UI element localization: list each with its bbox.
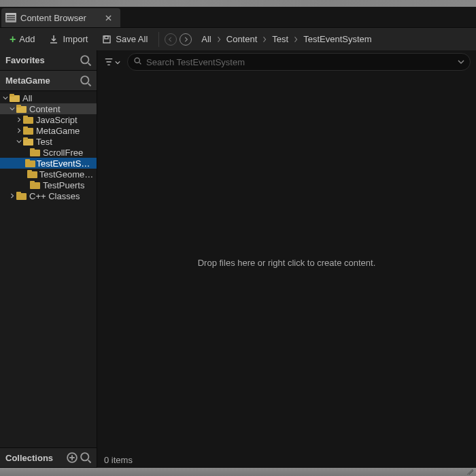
tree-item[interactable]: All	[0, 92, 97, 103]
tree-item-label: TestEventSystem	[37, 158, 94, 169]
chevron-right-icon	[262, 36, 267, 43]
tree-item[interactable]: TestEventSystem	[0, 158, 97, 169]
tree-item-label: TestPuerts	[43, 180, 84, 190]
toolbar: + Add Import Save All AllContentTestTest…	[0, 27, 476, 50]
project-label: MetaGame	[5, 75, 79, 86]
folder-icon	[30, 148, 40, 156]
save-all-label: Save All	[116, 34, 148, 44]
main-area: Favorites MetaGame AllContentJavaScriptM…	[0, 50, 476, 468]
add-button[interactable]: + Add	[4, 31, 40, 48]
content-browser-panel: Content Browser + Add Import Save All	[0, 7, 476, 468]
asset-view: Drop files here or right click to create…	[97, 50, 476, 468]
chevron-right-icon[interactable]	[8, 193, 16, 199]
svg-rect-1	[105, 36, 108, 39]
folder-icon	[16, 105, 27, 113]
filter-button[interactable]	[103, 54, 122, 70]
search-icon[interactable]	[79, 74, 92, 88]
save-all-icon	[101, 34, 112, 45]
plus-icon: +	[10, 34, 16, 45]
chevron-right-icon[interactable]	[15, 117, 23, 122]
import-label: Import	[63, 34, 88, 44]
folder-icon	[27, 170, 37, 178]
search-box[interactable]	[127, 53, 471, 71]
empty-hint: Drop files here or right click to create…	[198, 258, 376, 268]
add-collection-icon[interactable]	[65, 451, 79, 464]
tree-item[interactable]: MetaGame	[0, 125, 97, 136]
tree-item-label: C++ Classes	[29, 191, 80, 201]
favorites-header[interactable]: Favorites	[0, 50, 97, 71]
tree-item[interactable]: Content	[0, 103, 97, 114]
chevron-down-icon[interactable]	[1, 95, 10, 101]
chevron-down-icon	[115, 57, 120, 67]
folder-icon	[10, 94, 20, 102]
tree-item-label: Test	[36, 137, 52, 147]
chevron-right-icon	[217, 36, 221, 43]
breadcrumb-item[interactable]: All	[197, 32, 215, 46]
divider	[158, 32, 159, 47]
favorites-label: Favorites	[5, 55, 79, 65]
tab-bar: Content Browser	[0, 7, 476, 27]
tree-item[interactable]: ScrollFree	[0, 147, 97, 158]
import-icon	[48, 34, 59, 45]
collections-header[interactable]: Collections	[0, 447, 97, 468]
tree-item-label: ScrollFree	[43, 148, 83, 158]
history-back-button[interactable]	[165, 33, 177, 46]
project-header[interactable]: MetaGame	[0, 71, 97, 91]
tree-item-label: Content	[29, 104, 61, 114]
breadcrumb-item[interactable]: Content	[222, 32, 262, 46]
search-icon[interactable]	[79, 451, 92, 464]
cpp-folder-icon	[16, 192, 27, 200]
tree-item-label: TestGeometry2	[39, 169, 94, 180]
chevron-right-icon[interactable]	[15, 128, 23, 133]
tree-item[interactable]: C++ Classes	[0, 190, 97, 201]
search-input[interactable]	[146, 57, 454, 67]
tree-item[interactable]: TestPuerts	[0, 180, 97, 190]
tree-item-label: All	[22, 93, 32, 103]
folder-icon	[23, 116, 33, 124]
save-all-button[interactable]: Save All	[96, 31, 153, 48]
folder-icon	[30, 181, 40, 189]
folder-icon	[25, 159, 34, 167]
sidebar: Favorites MetaGame AllContentJavaScriptM…	[0, 50, 97, 468]
tree-item[interactable]: TestGeometry2	[0, 169, 97, 180]
tree-item[interactable]: Test	[0, 136, 97, 147]
svg-point-2	[81, 56, 88, 63]
breadcrumb-item[interactable]: TestEventSystem	[299, 32, 375, 46]
tab-title: Content Browser	[20, 13, 86, 23]
chevron-right-icon	[294, 36, 298, 43]
svg-point-6	[135, 58, 139, 63]
tree-item-label: MetaGame	[36, 126, 80, 136]
asset-toolbar	[97, 50, 476, 73]
status-bar: 0 items	[97, 452, 476, 468]
chevron-down-icon[interactable]	[15, 139, 23, 144]
chevron-down-icon[interactable]	[458, 57, 464, 67]
svg-point-5	[81, 453, 88, 460]
close-icon[interactable]	[104, 13, 114, 22]
tree-item[interactable]: JavaScript	[0, 114, 97, 125]
folder-icon	[23, 137, 33, 146]
tab-content-browser[interactable]: Content Browser	[1, 8, 120, 27]
folder-icon	[23, 126, 33, 135]
resize-grip[interactable]	[0, 468, 476, 476]
collections-label: Collections	[5, 453, 65, 463]
item-count: 0 items	[104, 455, 133, 465]
breadcrumb: AllContentTestTestEventSystem	[197, 32, 472, 46]
history-forward-button[interactable]	[180, 33, 192, 46]
svg-point-3	[81, 76, 88, 84]
search-icon[interactable]	[79, 54, 92, 67]
add-label: Add	[19, 34, 35, 44]
tree-item-label: JavaScript	[36, 115, 78, 125]
search-icon	[133, 56, 142, 67]
asset-grid[interactable]: Drop files here or right click to create…	[97, 73, 476, 452]
source-tree: AllContentJavaScriptMetaGameTestScrollFr…	[0, 91, 97, 447]
breadcrumb-item[interactable]: Test	[268, 32, 292, 46]
content-browser-icon	[5, 13, 16, 22]
chevron-down-icon[interactable]	[8, 106, 16, 112]
import-button[interactable]: Import	[43, 31, 93, 48]
